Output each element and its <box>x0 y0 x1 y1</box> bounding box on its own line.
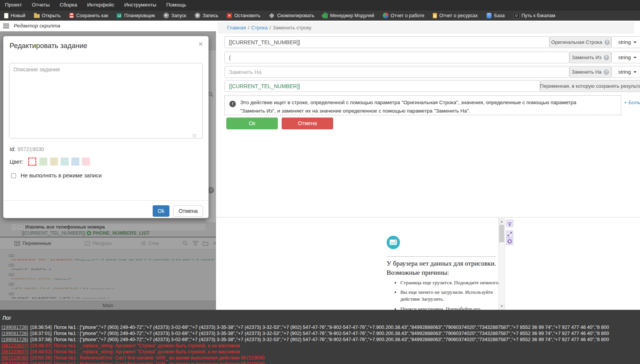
color-swatch-selected[interactable] <box>28 158 36 166</box>
message-divider <box>387 256 496 257</box>
help-icon[interactable] <box>605 40 610 45</box>
breadcrumb-current: Заменить строку <box>273 25 311 31</box>
menu-tools[interactable]: Инструменты <box>119 0 161 10</box>
browser-settings-button[interactable] <box>506 238 513 245</box>
replace-to-input[interactable] <box>224 66 569 78</box>
more-link[interactable]: + Больше <box>624 100 640 105</box>
color-swatch[interactable] <box>82 158 90 166</box>
log-action-id-link[interactable]: [199081726] <box>2 331 28 336</box>
run-button[interactable]: Запуск <box>159 10 190 21</box>
scroll-up-icon[interactable] <box>499 219 505 224</box>
log-action-id-link[interactable]: [381223627] <box>2 349 28 354</box>
color-swatch[interactable] <box>61 158 69 166</box>
replace-from-type-select[interactable]: string <box>611 52 640 63</box>
browser-icon <box>387 236 400 249</box>
original-string-type-select[interactable]: string <box>611 36 640 48</box>
browser-message-title: У браузера нет данных для отрисовки. <box>387 259 496 267</box>
action-ok-button[interactable]: Ок <box>226 118 278 129</box>
action-cancel-button[interactable]: Отмена <box>282 118 333 129</box>
scheduler-button[interactable]: 12 Планировщик <box>112 10 159 21</box>
menu-project[interactable]: Проект <box>0 0 27 10</box>
menu-build[interactable]: Сборка <box>55 0 82 10</box>
compile-icon <box>269 13 274 18</box>
work-report-icon <box>383 13 389 18</box>
color-swatch[interactable] <box>39 158 47 166</box>
proxy-status-button[interactable] <box>506 220 513 227</box>
replace-to-addon: Заменить На <box>569 66 611 78</box>
app-window: Проект Отчеты Сборка Интерфейс Инструмен… <box>0 0 640 364</box>
scrollbar-thumb[interactable] <box>499 225 504 242</box>
open-button[interactable]: Открыть <box>30 10 65 21</box>
database-button[interactable]: База <box>482 10 509 21</box>
scheduler-icon: 12 <box>116 13 122 18</box>
task-id-value: 957219030 <box>18 146 44 152</box>
breadcrumb-home[interactable]: Главная <box>227 25 246 31</box>
backup-path-button[interactable]: Путь к бэкапам <box>509 10 559 21</box>
hamburger-icon[interactable] <box>3 24 9 29</box>
save-as-button[interactable]: Сохранить как <box>65 10 113 21</box>
chevron-down-icon <box>634 57 637 58</box>
menu-interface[interactable]: Интерфейс <box>82 0 119 10</box>
record-icon <box>195 13 200 18</box>
fullscreen-button[interactable] <box>506 230 513 238</box>
skip-in-record-mode-row: Не выполнять в режиме записи <box>10 172 102 179</box>
skip-in-record-mode-checkbox[interactable] <box>11 173 16 178</box>
script-editor-title: Редактор скрипта <box>14 21 60 31</box>
breadcrumb: Главная/Строка/Заменить строку <box>218 22 634 34</box>
modal-ok-button[interactable]: Ok <box>153 205 169 217</box>
browser-reasons-list: Страница еще грузится. Подождите немного… <box>395 279 504 310</box>
original-string-addon: Оригинальная Строка <box>550 36 611 48</box>
log-line: [199081726][16:37:01]Поток №1 : ["phone"… <box>2 330 640 337</box>
log-action-id-link[interactable]: [957219030] <box>2 355 28 361</box>
open-icon <box>34 14 40 18</box>
script-editor-panel: Редактор скрипта TXT Извлечь все телефон… <box>0 21 216 310</box>
color-swatch[interactable] <box>71 158 79 166</box>
color-swatch[interactable] <box>50 158 58 166</box>
log-line: [199081726][16:37:38]Поток №1 : ["phone"… <box>2 337 640 343</box>
log-title: Лог <box>2 314 11 321</box>
action-info-text: Это действие ищет в строке, определенной… <box>240 98 597 116</box>
reason-item: Страница еще грузится. Подождите немного… <box>400 279 504 286</box>
expand-icon <box>507 232 512 237</box>
browser-preview-panel: У браузера нет данных для отрисовки. Воз… <box>216 217 640 310</box>
menu-reports[interactable]: Отчеты <box>27 0 55 10</box>
log-resize-handle[interactable] <box>0 310 640 313</box>
close-icon[interactable] <box>198 39 203 48</box>
help-icon[interactable] <box>604 69 609 75</box>
toolbar: Новый Открыть Сохранить как 12 Планировщ… <box>0 10 640 21</box>
modal-title: Редактировать задание <box>10 42 87 50</box>
result-variable-input[interactable] <box>224 80 540 92</box>
modal-cancel-button[interactable]: Отмена <box>173 205 203 217</box>
work-report-button[interactable]: Отчет о работе <box>379 10 429 21</box>
menu-help[interactable]: Помощь <box>161 0 191 10</box>
resize-grip-icon[interactable] <box>193 134 197 138</box>
browser-reasons-title: Возможные причины: <box>387 269 449 277</box>
log-panel: Лог [199081726][16:36:54]Поток №1 : ["ph… <box>0 310 640 364</box>
resource-report-button[interactable]: Отчет о ресурсах <box>429 10 482 21</box>
log-action-id-link[interactable]: [957219030] <box>2 361 28 364</box>
help-icon[interactable] <box>604 55 609 60</box>
gear-icon <box>507 238 513 244</box>
breadcrumb-string[interactable]: Строка <box>251 25 268 31</box>
log-action-id-link[interactable]: [199081726] <box>2 337 28 342</box>
modal-footer-divider <box>3 200 208 201</box>
module-manager-button[interactable]: Менеджер Модулей <box>319 10 379 21</box>
script-editor-content: TXT Извлечь все телефонные номера [[CURR… <box>0 31 216 310</box>
original-string-input[interactable] <box>224 36 550 48</box>
stop-icon <box>227 13 232 18</box>
stop-button[interactable]: Остановить <box>222 10 264 21</box>
reason-item: Вы еще ничего не загрузили. Используйте … <box>400 289 504 303</box>
compile-button[interactable]: Скомпилировать <box>264 10 319 21</box>
new-button[interactable]: Новый <box>0 10 30 21</box>
task-id: Id:957219030 <box>10 146 44 152</box>
replace-from-input[interactable] <box>224 52 569 63</box>
task-description-textarea[interactable] <box>9 63 203 139</box>
menubar: Проект Отчеты Сборка Интерфейс Инструмен… <box>0 0 640 10</box>
log-action-id-link[interactable]: [381223627] <box>2 343 28 348</box>
resource-report-icon <box>433 13 437 18</box>
log-action-id-link[interactable]: [199081726] <box>2 325 28 330</box>
record-button[interactable]: Запись <box>190 10 222 21</box>
replace-to-type-select[interactable]: string <box>611 66 640 78</box>
color-picker-row: Цвет: <box>10 158 24 166</box>
log-line-error: [381223627][16:48:37]Поток №1 : _replace… <box>2 343 640 349</box>
